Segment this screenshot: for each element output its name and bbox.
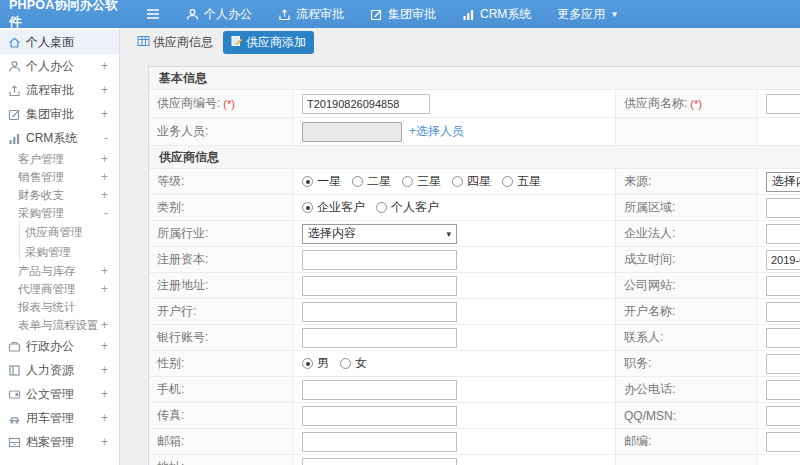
mobile-input[interactable] [302, 380, 457, 400]
sidebar-item-personal-office[interactable]: 个人办公 + [0, 54, 119, 78]
section-supplier-info: 供应商信息 [149, 146, 800, 169]
radio-icon [452, 176, 463, 187]
address-label: 地址: [149, 455, 294, 465]
sidebar-item-purchasing[interactable]: 采购管理 [0, 242, 119, 262]
hamburger-menu-icon[interactable] [146, 8, 160, 20]
user-icon [8, 60, 21, 73]
zip-input[interactable] [766, 432, 800, 452]
qq-msn-input[interactable] [766, 406, 800, 426]
fax-input[interactable] [302, 406, 457, 426]
radio-selected-icon [302, 202, 313, 213]
address-input[interactable] [302, 458, 457, 465]
sidebar-item-agent-mgmt[interactable]: 代理商管理 + [0, 280, 119, 298]
tab-supplier-add[interactable]: 供应商添加 [223, 31, 314, 54]
email-input[interactable] [302, 432, 457, 452]
sidebar-item-archive-mgmt[interactable]: 档案管理 + [0, 430, 119, 454]
sidebar-item-reports-stats[interactable]: 报表与统计 [0, 298, 119, 316]
radio-female[interactable]: 女 [340, 355, 367, 372]
nav-label: 集团审批 [388, 6, 436, 23]
sidebar: 个人桌面 个人办公 + 流程审批 + 集团审批 + CRM系统 - [0, 28, 120, 465]
radio-level-3[interactable]: 三星 [402, 173, 441, 190]
radio-personal-customer[interactable]: 个人客户 [376, 199, 439, 216]
legal-person-label: 企业法人: [616, 221, 758, 247]
sidebar-item-customer-mgmt[interactable]: 客户管理 + [0, 150, 119, 168]
founded-date-input[interactable] [766, 250, 800, 270]
radio-level-2[interactable]: 二星 [352, 173, 391, 190]
section-basic-info: 基本信息 [149, 67, 800, 90]
radio-level-1[interactable]: 一星 [302, 173, 341, 190]
reg-capital-input[interactable] [302, 250, 457, 270]
nav-label: 流程审批 [296, 6, 344, 23]
top-navbar: PHPOA协同办公软件 个人办公 流程审批 集团审批 CRM系统 [0, 0, 800, 28]
radio-company-customer[interactable]: 企业客户 [302, 199, 365, 216]
region-input[interactable] [766, 198, 800, 218]
supplier-name-label: 供应商名称:(*) [616, 90, 758, 118]
website-input[interactable] [766, 276, 800, 296]
sidebar-item-crm-system[interactable]: CRM系统 - [0, 126, 119, 150]
sidebar-item-document-mgmt[interactable]: 公文管理 + [0, 382, 119, 406]
archive-icon [8, 436, 21, 449]
account-name-input[interactable] [766, 302, 800, 322]
radio-icon [402, 176, 413, 187]
qq-msn-label: QQ/MSN: [616, 403, 758, 429]
bank-account-input[interactable] [302, 328, 457, 348]
home-icon [8, 36, 21, 49]
choose-staff-link[interactable]: +选择人员 [409, 123, 464, 140]
car-icon [8, 412, 21, 425]
tab-strip: 供应商信息 供应商添加 [120, 28, 800, 56]
industry-label: 所属行业: [149, 221, 294, 247]
legal-person-input[interactable] [766, 224, 800, 244]
bank-input[interactable] [302, 302, 457, 322]
tab-supplier-info[interactable]: 供应商信息 [133, 31, 217, 54]
staff-input[interactable] [302, 122, 402, 142]
job-title-label: 职务: [616, 351, 758, 377]
form-add-icon [231, 35, 243, 50]
founded-date-label: 成立时间: [616, 247, 758, 273]
sidebar-item-product-inventory[interactable]: 产品与库存 + [0, 262, 119, 280]
top-nav: 个人办公 流程审批 集团审批 CRM系统 更多应用 ▾ [146, 6, 617, 23]
sidebar-item-supplier-mgmt[interactable]: 供应商管理 [0, 222, 119, 242]
supplier-code-input[interactable] [302, 94, 430, 114]
sidebar-item-workflow-approval[interactable]: 流程审批 + [0, 78, 119, 102]
nav-item-more-apps[interactable]: 更多应用 ▾ [557, 6, 617, 23]
supplier-code-label: 供应商编号:(*) [149, 90, 294, 118]
nav-item-personal-office[interactable]: 个人办公 [186, 6, 252, 23]
app-logo: PHPOA协同办公软件 [0, 0, 120, 31]
contact-input[interactable] [766, 328, 800, 348]
app-window: PHPOA协同办公软件 个人办公 流程审批 集团审批 CRM系统 [0, 0, 800, 465]
radio-level-4[interactable]: 四星 [452, 173, 491, 190]
nav-item-group-approval[interactable]: 集团审批 [370, 6, 436, 23]
office-phone-label: 办公电话: [616, 377, 758, 403]
nav-item-crm[interactable]: CRM系统 [462, 6, 531, 23]
sidebar-item-vehicle-mgmt[interactable]: 用车管理 + [0, 406, 119, 430]
office-phone-input[interactable] [766, 380, 800, 400]
sidebar-item-finance[interactable]: 财务收支 + [0, 186, 119, 204]
email-label: 邮箱: [149, 429, 294, 455]
industry-select[interactable]: 选择内容▾ [302, 224, 457, 244]
radio-male[interactable]: 男 [302, 355, 329, 372]
radio-level-5[interactable]: 五星 [502, 173, 541, 190]
sidebar-item-personal-desktop[interactable]: 个人桌面 [0, 30, 119, 54]
gender-label: 性别: [149, 351, 294, 377]
supplier-form: 基本信息 供应商编号:(*) 供应商名称:(*) 业务人员: [149, 67, 800, 465]
nav-label: 更多应用 [557, 6, 605, 23]
reg-address-input[interactable] [302, 276, 457, 296]
supplier-name-input[interactable] [766, 94, 800, 114]
website-label: 公司网站: [616, 273, 758, 299]
sidebar-item-admin-office[interactable]: 行政办公 + [0, 334, 119, 358]
sidebar-item-form-flow-settings[interactable]: 表单与流程设置 + [0, 316, 119, 334]
job-title-input[interactable] [766, 354, 800, 374]
level-label: 等级: [149, 169, 294, 195]
chart-icon [8, 132, 21, 145]
sidebar-item-sales-mgmt[interactable]: 销售管理 + [0, 168, 119, 186]
sidebar-item-hr[interactable]: 人力资源 + [0, 358, 119, 382]
caret-down-icon: ▾ [446, 229, 451, 239]
sidebar-item-purchase-mgmt[interactable]: 采购管理 - [0, 204, 119, 222]
sidebar-item-group-approval[interactable]: 集团审批 + [0, 102, 119, 126]
required-mark: (*) [223, 98, 235, 110]
source-select[interactable]: 选择内容▾ [766, 172, 800, 192]
required-mark: (*) [690, 98, 702, 110]
nav-item-workflow-approval[interactable]: 流程审批 [278, 6, 344, 23]
zip-label: 邮编: [616, 429, 758, 455]
nav-label: 个人办公 [204, 6, 252, 23]
